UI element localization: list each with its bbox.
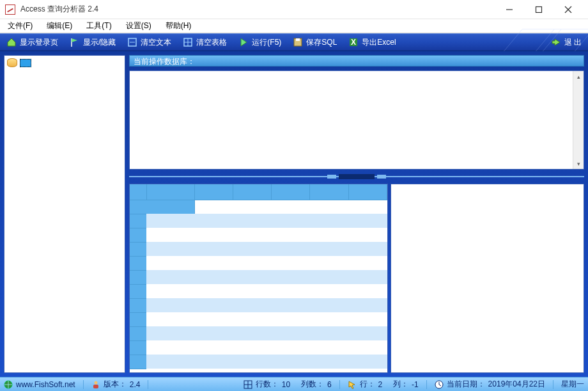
results-area <box>129 184 584 373</box>
table-row[interactable] <box>130 312 387 326</box>
minimize-button[interactable] <box>495 0 524 19</box>
menu-help[interactable]: 帮助(H) <box>163 19 194 33</box>
cursor-row-label: 行： <box>360 379 375 390</box>
home-icon <box>6 37 17 47</box>
menu-tool[interactable]: 工具(T) <box>84 19 114 33</box>
scroll-up-icon[interactable]: ▴ <box>573 71 584 82</box>
table-row[interactable] <box>130 256 387 270</box>
show-login-label: 显示登录页 <box>20 37 58 48</box>
export-excel-label: 导出Excel <box>362 37 396 48</box>
grid-header-row <box>130 184 387 200</box>
database-icon <box>7 58 17 67</box>
run-button[interactable]: 运行(F5) <box>236 36 284 49</box>
status-cursor: 行：2 列：-1 <box>348 379 419 390</box>
table-row[interactable] <box>130 284 387 298</box>
menu-edit[interactable]: 编辑(E) <box>44 19 75 33</box>
exit-icon <box>551 37 561 47</box>
table-row[interactable] <box>130 355 387 369</box>
grid-icon <box>244 380 252 389</box>
weekday-value: 星期一 <box>561 379 584 390</box>
cols-value: 6 <box>327 380 332 389</box>
status-rowcount: 行数：10 列数：6 <box>244 379 332 390</box>
editor-scrollbar[interactable]: ▴ ▾ <box>573 71 584 169</box>
show-hide-label: 显示/隐藏 <box>83 37 116 48</box>
table-row[interactable] <box>130 214 387 228</box>
globe-icon <box>4 380 13 389</box>
save-icon <box>293 37 303 47</box>
clear-text-label: 清空文本 <box>141 37 171 48</box>
menu-file[interactable]: 文件(F) <box>5 19 35 33</box>
current-db-label: 当前操作数据库： <box>134 57 195 66</box>
table-row[interactable] <box>130 298 387 312</box>
table-row[interactable] <box>130 200 387 214</box>
clear-table-label: 清空表格 <box>196 37 227 48</box>
rows-value: 10 <box>282 380 290 389</box>
person-icon <box>91 380 100 389</box>
close-button[interactable] <box>553 0 583 19</box>
clear-text-button[interactable]: 清空文本 <box>125 36 174 49</box>
date-label: 当前日期： <box>447 379 485 390</box>
cols-label: 列数： <box>301 379 324 390</box>
exit-label: 退 出 <box>564 37 582 48</box>
status-date: 当前日期：2019年04月22日 <box>435 379 545 390</box>
table-row[interactable] <box>130 340 387 355</box>
status-bar: www.FishSoft.net 版本：2.4 行数：10 列数：6 行：2 列… <box>0 377 588 391</box>
svg-rect-10 <box>296 38 300 41</box>
detail-pane[interactable] <box>391 184 584 373</box>
save-sql-button[interactable]: 保存SQL <box>290 36 339 49</box>
cursor-col-value: -1 <box>412 380 419 389</box>
clear-table-button[interactable]: 清空表格 <box>180 36 229 49</box>
tree-pane[interactable] <box>4 55 125 373</box>
menu-bar: 文件(F) 编辑(E) 工具(T) 设置(S) 帮助(H) <box>0 19 588 33</box>
right-pane: 当前操作数据库： ▴ ▾ <box>129 55 584 373</box>
sql-editor-pane: ▴ ▾ <box>129 70 584 170</box>
flag-icon <box>70 37 80 47</box>
scroll-down-icon[interactable]: ▾ <box>573 158 584 169</box>
svg-text:X: X <box>351 38 356 47</box>
cursor-icon <box>348 380 357 389</box>
table-row[interactable] <box>130 228 387 242</box>
tree-root-row[interactable] <box>4 56 125 70</box>
svg-rect-15 <box>93 385 98 388</box>
tree-selected-node[interactable] <box>20 59 31 67</box>
play-icon <box>238 37 249 47</box>
export-excel-button[interactable]: X 导出Excel <box>346 36 398 49</box>
sql-editor[interactable] <box>130 71 584 169</box>
excel-icon: X <box>348 37 359 47</box>
version-label: 版本： <box>104 379 127 390</box>
table-row[interactable] <box>130 242 387 256</box>
toolbar: 显示登录页 显示/隐藏 清空文本 清空表格 运行(F5) 保存SQL X 导出E… <box>0 33 588 51</box>
workspace: 当前操作数据库： ▴ ▾ <box>0 51 588 377</box>
status-version: 版本：2.4 <box>91 379 141 390</box>
status-weekday: 星期一 <box>561 379 584 390</box>
maximize-button[interactable] <box>524 0 553 19</box>
rows-label: 行数： <box>256 379 279 390</box>
cursor-col-label: 列： <box>393 379 408 390</box>
clear-table-icon <box>183 37 193 47</box>
show-login-button[interactable]: 显示登录页 <box>4 36 61 49</box>
menu-setting[interactable]: 设置(S) <box>123 19 154 33</box>
save-sql-label: 保存SQL <box>306 37 337 48</box>
version-value: 2.4 <box>130 380 141 389</box>
title-bar: Access 查询分析器 2.4 <box>0 0 588 19</box>
table-row[interactable] <box>130 326 387 340</box>
grid-table <box>130 184 387 369</box>
cursor-row-value: 2 <box>378 380 383 389</box>
current-db-header: 当前操作数据库： <box>129 55 584 67</box>
app-icon <box>5 4 15 15</box>
clear-text-icon <box>127 37 137 47</box>
table-row[interactable] <box>130 270 387 284</box>
svg-rect-1 <box>536 6 542 12</box>
date-value: 2019年04月22日 <box>488 379 545 390</box>
result-grid[interactable] <box>129 184 388 373</box>
status-website[interactable]: www.FishSoft.net <box>4 380 75 389</box>
clock-icon <box>435 380 444 389</box>
window-title: Access 查询分析器 2.4 <box>20 4 98 15</box>
horizontal-splitter[interactable] <box>129 173 584 180</box>
run-label: 运行(F5) <box>252 37 281 48</box>
svg-point-14 <box>94 381 97 384</box>
show-hide-button[interactable]: 显示/隐藏 <box>67 36 118 49</box>
exit-button[interactable]: 退 出 <box>548 36 584 49</box>
status-website-text: www.FishSoft.net <box>16 380 75 389</box>
